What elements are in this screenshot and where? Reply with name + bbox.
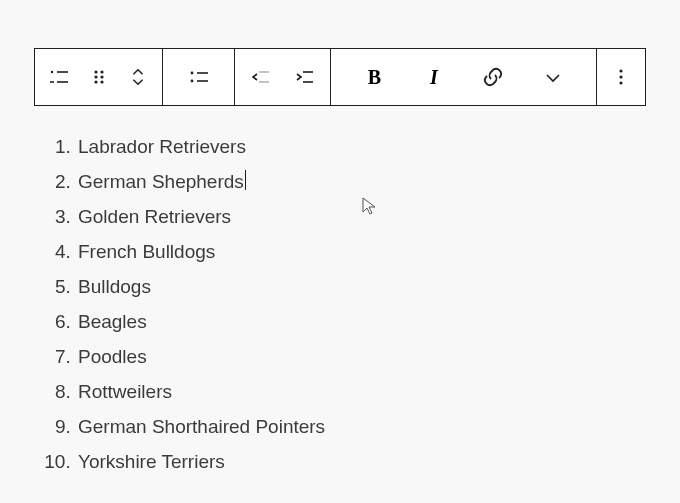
- italic-button[interactable]: I: [412, 49, 456, 105]
- mover-button[interactable]: [119, 49, 157, 105]
- svg-point-5: [100, 70, 103, 73]
- list-item-text[interactable]: French Bulldogs: [78, 241, 215, 262]
- indent-button[interactable]: [285, 49, 325, 105]
- list-item[interactable]: Beagles: [76, 305, 646, 340]
- bold-icon: B: [368, 66, 381, 89]
- list-item-text[interactable]: Poodles: [78, 346, 147, 367]
- ordered-list[interactable]: Labrador RetrieversGerman ShepherdsGolde…: [36, 130, 646, 480]
- list-item-text[interactable]: Golden Retrievers: [78, 206, 231, 227]
- chevron-up-down-icon: [127, 65, 149, 89]
- toolbar-group-options: [597, 49, 645, 105]
- list-style-button[interactable]: [175, 49, 223, 105]
- svg-point-10: [190, 72, 193, 75]
- text-caret: [245, 170, 246, 190]
- options-button[interactable]: [597, 49, 645, 105]
- ordered-list-icon: [47, 65, 71, 89]
- list-item-text[interactable]: Rottweilers: [78, 381, 172, 402]
- editor-content[interactable]: Labrador RetrieversGerman ShepherdsGolde…: [34, 106, 646, 480]
- svg-point-20: [619, 81, 622, 84]
- block-toolbar: B I: [34, 48, 646, 106]
- svg-point-19: [619, 75, 622, 78]
- drag-icon: [87, 65, 111, 89]
- list-item[interactable]: Golden Retrievers: [76, 200, 646, 235]
- list-item-text[interactable]: German Shorthaired Pointers: [78, 416, 325, 437]
- svg-point-2: [51, 71, 53, 73]
- bullet-list-icon: [187, 65, 211, 89]
- indent-icon: [293, 65, 317, 89]
- bold-button[interactable]: B: [352, 49, 396, 105]
- toolbar-group-inline: B I: [331, 49, 597, 105]
- outdent-icon: [249, 65, 273, 89]
- list-item[interactable]: Rottweilers: [76, 375, 646, 410]
- list-item[interactable]: Labrador Retrievers: [76, 130, 646, 165]
- toolbar-group-indent: [235, 49, 331, 105]
- list-item-text[interactable]: Beagles: [78, 311, 147, 332]
- chevron-down-icon: [541, 65, 565, 89]
- svg-point-9: [100, 80, 103, 83]
- svg-point-6: [94, 75, 97, 78]
- list-item-text[interactable]: German Shepherds: [78, 171, 244, 192]
- list-item-text[interactable]: Yorkshire Terriers: [78, 451, 225, 472]
- list-item[interactable]: German Shorthaired Pointers: [76, 410, 646, 445]
- kebab-icon: [609, 65, 633, 89]
- svg-point-8: [94, 80, 97, 83]
- svg-point-7: [100, 75, 103, 78]
- list-item[interactable]: French Bulldogs: [76, 235, 646, 270]
- list-item-text[interactable]: Labrador Retrievers: [78, 136, 246, 157]
- more-richtext-button[interactable]: [531, 49, 575, 105]
- list-item[interactable]: Bulldogs: [76, 270, 646, 305]
- list-item[interactable]: Yorkshire Terriers: [76, 445, 646, 480]
- toolbar-group-block: [35, 49, 163, 105]
- outdent-button[interactable]: [241, 49, 281, 105]
- link-icon: [481, 65, 505, 89]
- drag-handle-button[interactable]: [80, 49, 118, 105]
- block-type-button[interactable]: [40, 49, 78, 105]
- svg-point-11: [190, 80, 193, 83]
- list-item[interactable]: Poodles: [76, 340, 646, 375]
- list-item-text[interactable]: Bulldogs: [78, 276, 151, 297]
- toolbar-group-list-style: [163, 49, 235, 105]
- list-item[interactable]: German Shepherds: [76, 165, 646, 200]
- italic-icon: I: [430, 66, 438, 89]
- svg-point-18: [619, 69, 622, 72]
- link-button[interactable]: [471, 49, 515, 105]
- svg-point-4: [94, 70, 97, 73]
